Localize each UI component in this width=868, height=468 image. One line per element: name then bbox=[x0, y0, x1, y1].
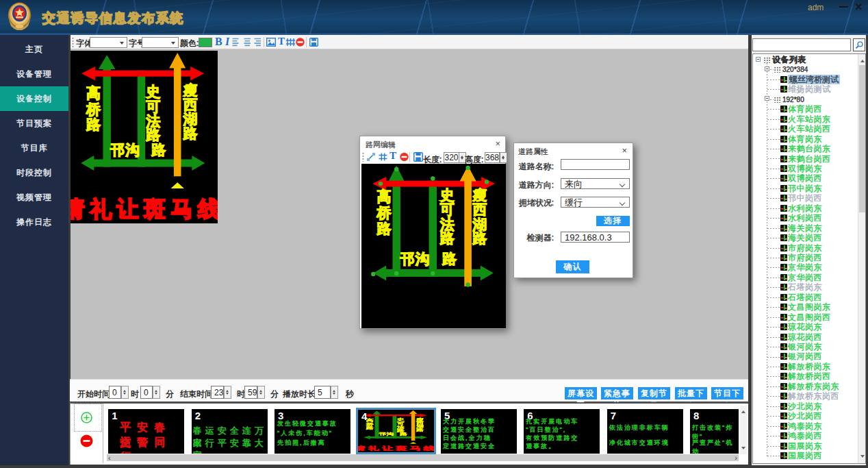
svg-text:桥: 桥 bbox=[86, 101, 101, 117]
svg-text:邗沟: 邗沟 bbox=[110, 142, 140, 158]
svg-text:史: 史 bbox=[146, 84, 160, 99]
svg-text:路: 路 bbox=[440, 230, 455, 246]
svg-text:路: 路 bbox=[151, 142, 166, 158]
svg-text:路: 路 bbox=[416, 428, 424, 432]
svg-text:西: 西 bbox=[472, 201, 487, 217]
svg-text:可: 可 bbox=[440, 201, 455, 217]
svg-text:路: 路 bbox=[366, 426, 374, 430]
svg-text:瘦: 瘦 bbox=[183, 82, 198, 98]
svg-text:高: 高 bbox=[366, 417, 374, 421]
svg-text:可: 可 bbox=[146, 99, 160, 114]
svg-text:高: 高 bbox=[377, 188, 392, 204]
svg-text:湖: 湖 bbox=[183, 111, 198, 127]
svg-text:桥: 桥 bbox=[376, 205, 392, 221]
svg-text:请礼让斑马线: 请礼让斑马线 bbox=[71, 197, 218, 221]
svg-text:史: 史 bbox=[440, 187, 455, 203]
svg-text:邗沟: 邗沟 bbox=[400, 251, 431, 267]
svg-text:请礼让斑马线: 请礼让斑马线 bbox=[358, 445, 434, 452]
svg-text:路: 路 bbox=[442, 251, 457, 267]
svg-text:路: 路 bbox=[377, 221, 392, 236]
svg-text:路: 路 bbox=[183, 125, 198, 141]
svg-text:邗沟: 邗沟 bbox=[379, 432, 394, 436]
svg-text:路: 路 bbox=[399, 432, 407, 436]
svg-text:路: 路 bbox=[86, 116, 101, 132]
svg-text:瘦: 瘦 bbox=[472, 187, 487, 203]
svg-text:路: 路 bbox=[472, 230, 487, 246]
svg-text:西: 西 bbox=[183, 97, 198, 112]
svg-text:高: 高 bbox=[86, 85, 101, 101]
svg-text:路: 路 bbox=[146, 127, 160, 143]
